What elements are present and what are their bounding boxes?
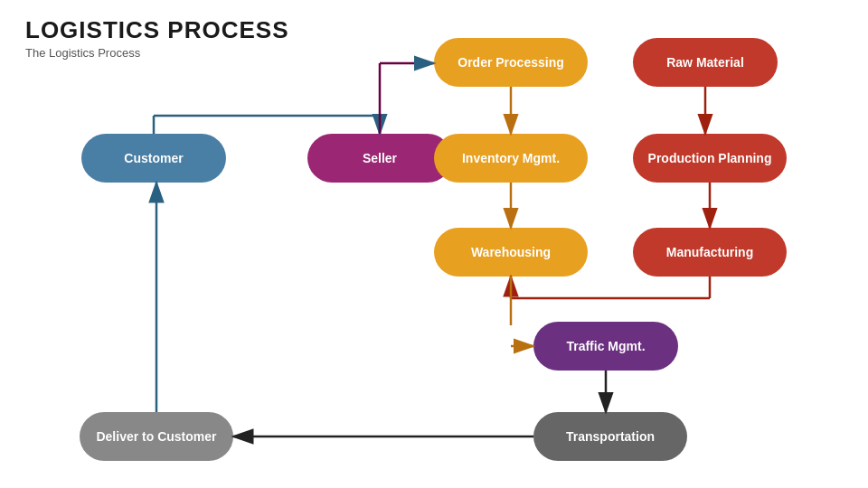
order-processing-node: Order Processing: [434, 38, 588, 87]
deliver-to-customer-node: Deliver to Customer: [80, 412, 233, 461]
manufacturing-node: Manufacturing: [633, 228, 787, 277]
customer-node: Customer: [81, 134, 226, 183]
seller-node: Seller: [307, 134, 452, 183]
production-planning-node: Production Planning: [633, 134, 787, 183]
transportation-node: Transportation: [533, 412, 687, 461]
traffic-mgmt-node: Traffic Mgmt.: [533, 322, 678, 371]
page-subtitle: The Logistics Process: [25, 46, 289, 60]
page-title: LOGISTICS PROCESS: [25, 16, 289, 44]
raw-material-node: Raw Material: [633, 38, 778, 87]
inventory-mgmt-node: Inventory Mgmt.: [434, 134, 588, 183]
warehousing-node: Warehousing: [434, 228, 588, 277]
